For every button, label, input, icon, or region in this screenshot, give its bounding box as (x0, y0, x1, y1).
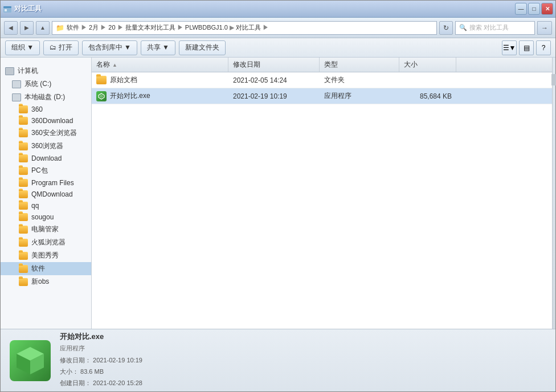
sidebar-item-label: QMDownload (31, 190, 73, 198)
folder-icon (19, 179, 28, 187)
up-button[interactable]: ▲ (36, 21, 50, 35)
file-type-cell: 应用程序 (320, 91, 399, 101)
title-bar: 对比工具 — □ ✕ (1, 1, 555, 18)
organize-button[interactable]: 组织 ▼ (5, 40, 40, 55)
sidebar-item-firefox[interactable]: 火狐浏览器 (1, 236, 91, 249)
sidebar-item-label: 360浏览器 (31, 141, 63, 151)
sidebar-item-360[interactable]: 360 (1, 104, 91, 115)
new-folder-label: 新建文件夹 (185, 43, 219, 52)
sidebar-item-qq[interactable]: qq (1, 200, 91, 211)
svg-rect-2 (5, 9, 7, 11)
drive-c-icon (12, 80, 21, 88)
sidebar: 计算机 系统 (C:) 本地磁盘 (D:) 360 360Download (1, 58, 92, 329)
sidebar-item-360browser-secure[interactable]: 360安全浏览器 (1, 126, 91, 140)
search-button[interactable]: → (537, 21, 552, 35)
created-label: 创建日期： (60, 379, 91, 386)
modified-label: 修改日期： (60, 357, 91, 364)
preview-details: 修改日期： 2021-02-19 10:19 大小： 83.6 MB 创建日期：… (60, 355, 142, 389)
maximize-button[interactable]: □ (528, 3, 540, 15)
open-button[interactable]: 🗂 打开 (43, 40, 78, 55)
file-type-text: 文件夹 (324, 75, 345, 85)
sidebar-item-sougou[interactable]: sougou (1, 211, 91, 223)
folder-icon-address: 📁 (56, 24, 64, 32)
folder-icon (19, 278, 28, 286)
svg-rect-1 (3, 6, 11, 8)
col-header-type[interactable]: 类型 (320, 58, 399, 72)
view-toggle-button[interactable]: ☰▼ (502, 40, 517, 55)
sidebar-item-label: 360 (31, 105, 43, 113)
new-folder-button[interactable]: 新建文件夹 (179, 40, 226, 55)
sidebar-item-label: Download (31, 154, 62, 162)
back-button[interactable]: ◀ (4, 21, 18, 35)
folder-icon (19, 190, 28, 198)
folder-icon (19, 167, 28, 175)
folder-icon (19, 154, 28, 162)
sidebar-item-c-drive[interactable]: 系统 (C:) (1, 77, 91, 91)
column-headers: 名称 ▲ 修改日期 类型 大小 (92, 58, 552, 72)
toolbar: 组织 ▼ 🗂 打开 包含到库中 ▼ 共享 ▼ 新建文件夹 ☰▼ ▤ ? (1, 38, 555, 58)
sidebar-item-360download[interactable]: 360Download (1, 115, 91, 126)
created-value: 2021-02-20 15:28 (93, 379, 142, 386)
title-text: 对比工具 (14, 4, 42, 14)
table-row[interactable]: 开始对比.exe 2021-02-19 10:19 应用程序 85,684 KB (92, 88, 552, 104)
folder-icon-small (96, 76, 107, 84)
sidebar-item-newobs[interactable]: 新obs (1, 275, 91, 288)
sidebar-item-label: qq (31, 202, 39, 210)
file-date-cell: 2021-02-05 14:24 (228, 76, 320, 84)
help-button[interactable]: ? (536, 40, 551, 55)
search-box[interactable]: 🔍 搜索 对比工具 (455, 21, 535, 35)
file-date-text: 2021-02-05 14:24 (233, 76, 287, 84)
sidebar-item-qmdownload[interactable]: QMDownload (1, 189, 91, 200)
forward-button[interactable]: ▶ (20, 21, 34, 35)
sidebar-item-software[interactable]: 软件 (1, 262, 91, 275)
sidebar-item-label: 本地磁盘 (D:) (24, 92, 65, 102)
cube-svg (14, 345, 46, 377)
details-button[interactable]: ▤ (519, 40, 534, 55)
minimize-button[interactable]: — (515, 3, 527, 15)
preview-filename: 开始对比.exe (60, 332, 142, 342)
computer-icon (5, 67, 14, 75)
address-bar: ◀ ▶ ▲ 📁 软件 ▶ 2月 ▶ 20 ▶ 批量文本对比工具 ▶ PLWBDB… (1, 18, 555, 38)
sidebar-item-d-drive[interactable]: 本地磁盘 (D:) (1, 91, 91, 104)
address-path[interactable]: 📁 软件 ▶ 2月 ▶ 20 ▶ 批量文本对比工具 ▶ PLWBDBGJ1.0 … (52, 21, 437, 35)
organize-label: 组织 ▼ (11, 43, 34, 52)
right-pane: 名称 ▲ 修改日期 类型 大小 原始文档 (92, 58, 552, 329)
col-header-size[interactable]: 大小 (399, 58, 456, 72)
title-bar-left: 对比工具 (3, 4, 42, 14)
resize-handle[interactable] (552, 58, 555, 329)
explorer-window: 对比工具 — □ ✕ ◀ ▶ ▲ 📁 软件 ▶ 2月 ▶ 20 ▶ 批量文本对比… (0, 0, 556, 392)
sidebar-item-download[interactable]: Download (1, 153, 91, 164)
sidebar-item-pcmanager[interactable]: 电脑管家 (1, 223, 91, 236)
sidebar-section-computer: 计算机 系统 (C:) 本地磁盘 (D:) 360 360Download (1, 62, 91, 291)
table-row[interactable]: 原始文档 2021-02-05 14:24 文件夹 (92, 72, 552, 88)
sidebar-item-programfiles[interactable]: Program Files (1, 177, 91, 189)
col-header-name[interactable]: 名称 ▲ (92, 58, 228, 72)
sidebar-item-360browser[interactable]: 360浏览器 (1, 140, 91, 153)
folder-icon (19, 226, 28, 234)
open-label: 🗂 打开 (50, 43, 72, 52)
sidebar-item-label: sougou (31, 213, 54, 221)
sidebar-item-meitu[interactable]: 美图秀秀 (1, 249, 91, 262)
include-button[interactable]: 包含到库中 ▼ (82, 40, 137, 55)
folder-icon (19, 202, 28, 210)
sidebar-item-pcbag[interactable]: PC包 (1, 164, 91, 177)
include-label: 包含到库中 ▼ (88, 43, 131, 52)
status-bar: 开始对比.exe 应用程序 修改日期： 2021-02-19 10:19 大小：… (1, 329, 555, 391)
sort-asc-icon: ▲ (112, 62, 117, 68)
file-list: 原始文档 2021-02-05 14:24 文件夹 (92, 72, 552, 329)
folder-icon (19, 117, 28, 125)
file-type-text: 应用程序 (324, 91, 351, 101)
sidebar-item-computer[interactable]: 计算机 (1, 64, 91, 77)
sidebar-item-label: 计算机 (18, 66, 38, 76)
title-buttons: — □ ✕ (515, 3, 553, 15)
col-header-date[interactable]: 修改日期 (228, 58, 320, 72)
modified-value: 2021-02-19 10:19 (93, 357, 142, 364)
close-button[interactable]: ✕ (541, 3, 553, 15)
refresh-button[interactable]: ↻ (439, 21, 453, 35)
file-date-cell: 2021-02-19 10:19 (228, 92, 320, 100)
file-name-text: 原始文档 (110, 75, 137, 85)
sidebar-item-label: Program Files (31, 179, 74, 187)
sidebar-item-label: 美图秀秀 (31, 251, 59, 260)
share-button[interactable]: 共享 ▼ (141, 40, 175, 55)
size-value: 83.6 MB (80, 368, 104, 375)
